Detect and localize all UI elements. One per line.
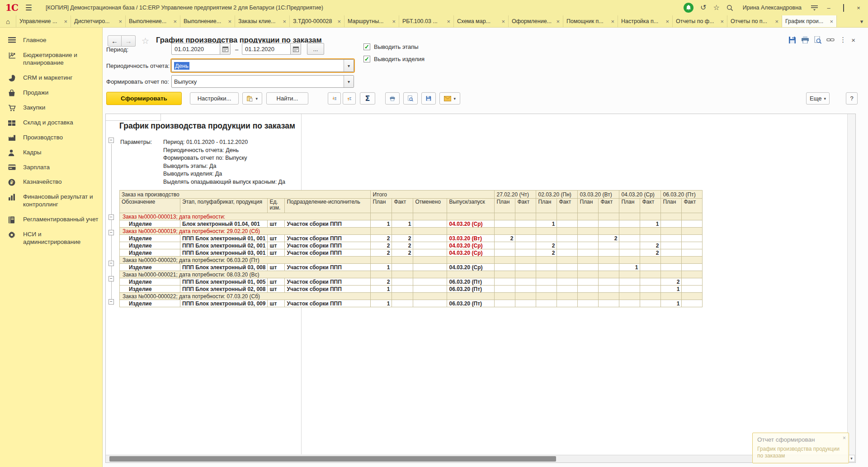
unit-cell[interactable]: шт — [268, 220, 285, 228]
product-cell[interactable]: ППП Блок электронный 02, 008 — [180, 286, 268, 293]
tab-1[interactable]: Диспетчиро... × — [71, 15, 126, 27]
global-search-icon[interactable] — [726, 5, 733, 11]
product-cell[interactable]: ППП Блок электронный 02, 001 — [180, 242, 268, 249]
send-email-button[interactable]: ▾ — [439, 92, 460, 105]
day-plan-cell[interactable] — [578, 242, 599, 249]
fact-total-cell[interactable] — [392, 286, 413, 293]
tab-close-icon[interactable]: × — [337, 18, 341, 25]
tab-0[interactable]: Управление ... × — [16, 15, 71, 27]
day-fact-cell[interactable] — [515, 300, 536, 307]
day-fact-cell[interactable] — [557, 242, 578, 249]
designation-cell[interactable]: Изделие — [120, 278, 180, 286]
print-icon[interactable] — [801, 36, 809, 43]
day-fact-cell[interactable] — [515, 235, 536, 242]
department-cell[interactable]: Участок сборки ППП — [285, 242, 371, 249]
tab-overflow-button[interactable]: ▾ — [855, 15, 868, 27]
department-cell[interactable]: Участок сборки ППП — [285, 278, 371, 286]
tab-close-icon[interactable]: × — [228, 18, 231, 25]
tab-close-icon[interactable]: × — [665, 18, 669, 25]
day-plan-cell[interactable] — [661, 242, 682, 249]
collapse-group-button[interactable]: − — [108, 138, 114, 143]
release-date-cell[interactable]: 06.03.20 (Пт) — [447, 300, 495, 307]
plan-total-cell[interactable]: 1 — [371, 220, 392, 228]
day-plan-cell[interactable] — [578, 264, 599, 271]
plan-total-cell[interactable]: 2 — [371, 242, 392, 249]
tab-close-icon[interactable]: × — [118, 18, 122, 25]
day-plan-cell[interactable] — [536, 235, 557, 242]
fact-total-cell[interactable]: 2 — [392, 249, 413, 257]
day-fact-cell[interactable] — [640, 286, 661, 293]
fact-total-cell[interactable] — [392, 264, 413, 271]
date-column-header[interactable]: 04.03.20 (Ср) — [619, 191, 661, 199]
tab-close-icon[interactable]: × — [720, 18, 724, 25]
day-fact-cell[interactable]: 2 — [640, 249, 661, 257]
designation-cell[interactable]: Изделие — [120, 242, 180, 249]
day-plan-cell[interactable] — [536, 278, 557, 286]
unit-cell[interactable]: шт — [268, 249, 285, 257]
show-stages-checkbox[interactable]: ✓ Выводить этапы — [363, 43, 419, 50]
day-fact-cell[interactable] — [557, 220, 578, 228]
release-date-cell[interactable]: 04.03.20 (Ср) — [447, 249, 495, 257]
release-date-cell[interactable]: 04.03.20 (Ср) — [447, 220, 495, 228]
cancelled-cell[interactable] — [413, 300, 447, 307]
calendar-icon[interactable] — [220, 43, 231, 55]
plan-total-cell[interactable]: 1 — [371, 264, 392, 271]
get-link-icon[interactable] — [826, 38, 835, 42]
group-label[interactable]: Заказ №0000-000019; дата потребности: 29… — [120, 228, 371, 235]
department-cell[interactable]: Участок сборки ППП — [285, 286, 371, 293]
day-fact-cell[interactable] — [682, 242, 703, 249]
fact-total-cell[interactable] — [392, 278, 413, 286]
more-button[interactable]: Еще ▾ — [806, 92, 830, 105]
day-plan-cell[interactable] — [578, 220, 599, 228]
sidebar-item-salary[interactable]: Зарплата — [0, 160, 102, 175]
collapse-group-button[interactable]: − — [108, 299, 114, 305]
day-plan-cell[interactable] — [619, 300, 640, 307]
find-button[interactable]: Найти... — [266, 92, 308, 105]
service-menu-icon[interactable] — [811, 5, 818, 11]
designation-cell[interactable]: Изделие — [120, 264, 180, 271]
day-fact-cell[interactable] — [599, 264, 619, 271]
day-fact-cell[interactable] — [515, 249, 536, 257]
collapse-groups-button[interactable] — [328, 92, 341, 105]
product-cell[interactable]: ППП Блок электронный 03, 001 — [180, 249, 268, 257]
period-from-input[interactable]: 01.01.2020 — [171, 43, 220, 55]
unit-cell[interactable]: шт — [268, 300, 285, 307]
tab-7[interactable]: РБТ.100.03 ... × — [399, 15, 454, 27]
department-cell[interactable]: Участок сборки ППП — [285, 264, 371, 271]
tab-close-icon[interactable]: × — [611, 18, 614, 25]
day-fact-cell[interactable] — [557, 235, 578, 242]
department-cell[interactable]: Участок сборки ППП — [285, 220, 371, 228]
day-fact-cell[interactable] — [599, 249, 619, 257]
tab-close-icon[interactable]: × — [501, 18, 505, 25]
preview-icon[interactable] — [814, 36, 821, 44]
tab-close-icon[interactable]: × — [283, 18, 286, 25]
help-button[interactable]: ? — [846, 92, 858, 105]
day-plan-cell[interactable]: 2 — [536, 242, 557, 249]
sidebar-item-treasury[interactable]: ₽ Казначейство — [0, 175, 102, 190]
day-fact-cell[interactable]: 2 — [599, 235, 619, 242]
sidebar-item-production[interactable]: Производство — [0, 130, 102, 145]
fact-total-cell[interactable] — [392, 300, 413, 307]
cancelled-cell[interactable] — [413, 264, 447, 271]
tab-3[interactable]: Выполнение... × — [180, 15, 235, 27]
unit-cell[interactable]: шт — [268, 242, 285, 249]
date-column-header[interactable]: 27.02.20 (Чт) — [495, 191, 536, 199]
horizontal-scrollbar[interactable] — [106, 455, 847, 462]
day-plan-cell[interactable] — [619, 235, 640, 242]
tab-close-icon[interactable]: × — [64, 18, 67, 25]
plan-total-cell[interactable]: 2 — [371, 278, 392, 286]
product-cell[interactable]: ППП Блок электронный 01, 001 — [180, 235, 268, 242]
group-label[interactable]: Заказ №0000-000022; дата потребности: 07… — [120, 293, 371, 300]
chevron-down-icon[interactable]: ▾ — [344, 60, 354, 71]
designation-cell[interactable]: Изделие — [120, 300, 180, 307]
day-plan-cell[interactable]: 2 — [661, 278, 682, 286]
department-cell[interactable]: Участок сборки ППП — [285, 249, 371, 257]
generate-report-button[interactable]: Сформировать — [106, 92, 182, 105]
day-plan-cell[interactable] — [619, 278, 640, 286]
day-plan-cell[interactable] — [619, 242, 640, 249]
product-cell[interactable]: ППП Блок электронный 03, 008 — [180, 264, 268, 271]
day-plan-cell[interactable] — [495, 300, 515, 307]
day-fact-cell[interactable] — [682, 278, 703, 286]
cancelled-cell[interactable] — [413, 235, 447, 242]
release-date-cell[interactable]: 04.03.20 (Ср) — [447, 242, 495, 249]
